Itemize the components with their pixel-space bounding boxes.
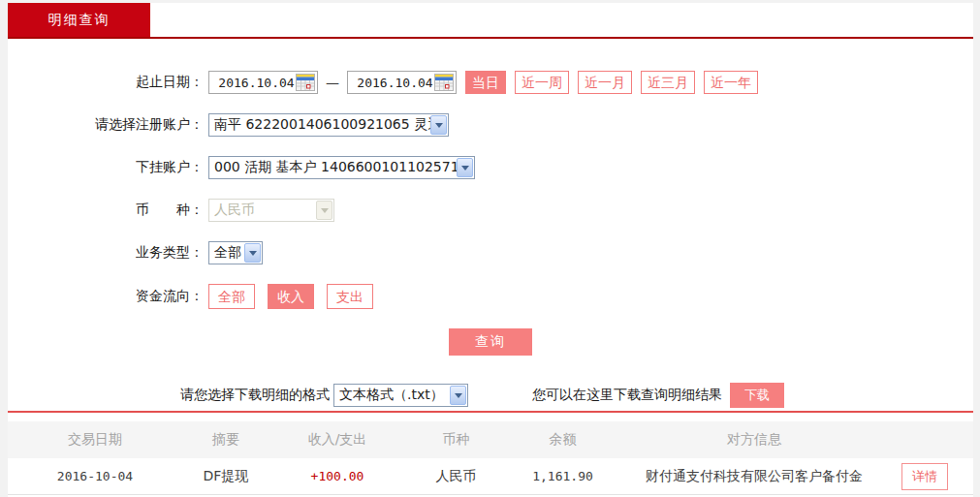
tab-detail-query[interactable]: 明细查询 xyxy=(8,3,150,37)
download-format-label: 请您选择下载明细的格式 xyxy=(180,387,330,404)
fund-flow-all-button[interactable]: 全部 xyxy=(208,284,255,309)
sub-account-select[interactable]: 000 活期 基本户 1406600101102571848 xyxy=(208,156,475,179)
quick-range-3months-button[interactable]: 近三月 xyxy=(641,71,695,94)
query-button[interactable]: 查询 xyxy=(449,328,532,356)
quick-range-week-button[interactable]: 近一周 xyxy=(515,71,569,94)
header-trade-date: 交易日期 xyxy=(8,431,182,449)
currency-label: 币 种： xyxy=(8,202,204,219)
cell-balance: 1,161.90 xyxy=(507,469,618,483)
download-format-value: 文本格式（.txt） xyxy=(339,387,450,404)
business-type-value: 全部 xyxy=(214,244,244,262)
table-header-row: 交易日期 摘要 收入/支出 币种 余额 对方信息 xyxy=(8,421,973,458)
detail-query-page: 明细查询 起止日期： 2016.10.04 xyxy=(0,0,980,497)
header-currency: 币种 xyxy=(405,431,507,449)
header-income-expense: 收入/支出 xyxy=(269,431,405,449)
content-panel: 明细查询 起止日期： 2016.10.04 xyxy=(8,3,973,497)
currency-select: 人民币 xyxy=(208,199,334,222)
fund-flow-label: 资金流向： xyxy=(8,288,204,305)
cell-trade-date: 2016-10-04 xyxy=(8,469,182,483)
cell-currency: 人民币 xyxy=(405,468,507,485)
download-button[interactable]: 下载 xyxy=(730,383,784,408)
register-account-row: 请选择注册账户： 南平 6222001406100921065 灵通卡 xyxy=(8,113,973,137)
header-balance: 余额 xyxy=(507,431,618,449)
start-date-value: 2016.10.04 xyxy=(217,76,296,90)
chevron-down-icon xyxy=(316,201,332,220)
register-account-label: 请选择注册账户： xyxy=(8,116,204,134)
chevron-down-icon[interactable] xyxy=(430,115,447,135)
chevron-down-icon[interactable] xyxy=(244,243,261,263)
cell-amount: +100.00 xyxy=(269,469,405,483)
download-hint-text: 您可以在这里下载查询明细结果 xyxy=(532,387,722,404)
fund-flow-expense-button[interactable]: 支出 xyxy=(327,284,373,309)
date-range-row: 起止日期： 2016.10.04 xyxy=(8,71,973,94)
currency-row: 币 种： 人民币 xyxy=(8,199,973,222)
chevron-down-icon[interactable] xyxy=(450,386,466,405)
end-date-input[interactable]: 2016.10.04 xyxy=(347,71,457,94)
quick-range-today-button[interactable]: 当日 xyxy=(465,71,506,94)
fund-flow-row: 资金流向： 全部 收入 支出 xyxy=(8,284,973,309)
results-table: 交易日期 摘要 收入/支出 币种 余额 对方信息 2016-10-04 DF提现… xyxy=(8,421,973,495)
cell-summary: DF提现 xyxy=(182,468,269,485)
register-account-select[interactable]: 南平 6222001406100921065 灵通卡 xyxy=(208,113,449,137)
tab-underline xyxy=(8,37,973,39)
start-date-input[interactable]: 2016.10.04 xyxy=(208,71,318,94)
table-row: 2016-10-04 DF提现 +100.00 人民币 1,161.90 财付通… xyxy=(8,458,973,495)
sub-account-value: 000 活期 基本户 1406600101102571848 xyxy=(214,159,457,176)
calendar-icon[interactable] xyxy=(296,74,315,91)
business-type-row: 业务类型： 全部 xyxy=(8,241,973,264)
header-counterparty: 对方信息 xyxy=(618,431,890,449)
sub-account-label: 下挂账户： xyxy=(8,159,204,176)
business-type-select[interactable]: 全部 xyxy=(208,241,263,264)
end-date-value: 2016.10.04 xyxy=(356,76,434,90)
register-account-value: 南平 6222001406100921065 灵通卡 xyxy=(214,116,430,134)
download-row: 请您选择下载明细的格式 文本格式（.txt） 您可以在这里下载查询明细结果 下载 xyxy=(8,383,973,408)
quick-range-month-button[interactable]: 近一月 xyxy=(578,71,632,94)
chevron-down-icon[interactable] xyxy=(457,158,473,177)
calendar-icon[interactable] xyxy=(434,74,454,91)
detail-button[interactable]: 详情 xyxy=(901,463,948,490)
currency-value: 人民币 xyxy=(214,202,316,219)
fund-flow-income-button[interactable]: 收入 xyxy=(268,284,314,309)
table-top-divider xyxy=(8,411,973,413)
sub-account-row: 下挂账户： 000 活期 基本户 1406600101102571848 xyxy=(8,156,973,179)
header-summary: 摘要 xyxy=(182,431,269,449)
cell-counterparty: 财付通支付科技有限公司客户备付金 xyxy=(618,468,890,485)
date-range-label: 起止日期： xyxy=(8,74,204,91)
business-type-label: 业务类型： xyxy=(8,244,204,262)
download-format-select[interactable]: 文本格式（.txt） xyxy=(333,384,468,407)
query-form: 起止日期： 2016.10.04 xyxy=(8,3,973,356)
tab-label: 明细查询 xyxy=(48,12,111,29)
date-range-separator: — xyxy=(326,75,339,90)
quick-range-year-button[interactable]: 近一年 xyxy=(704,71,758,94)
